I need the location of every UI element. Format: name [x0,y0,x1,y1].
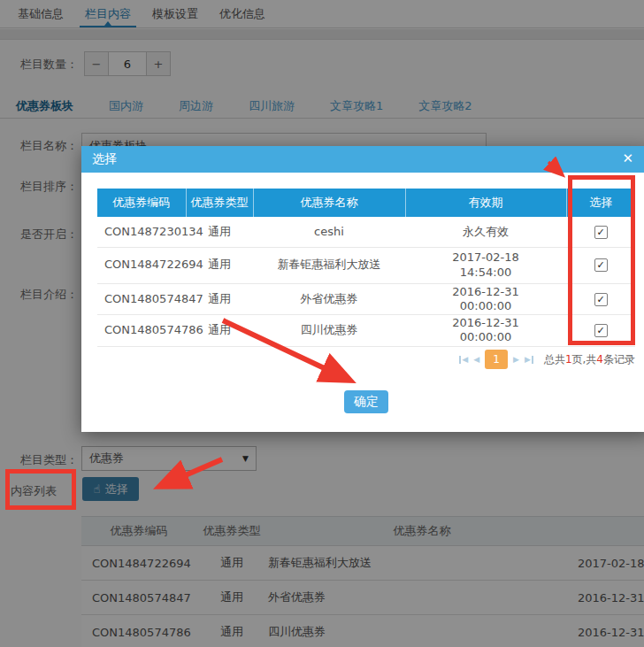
prev-page-icon[interactable]: ◀ [473,355,479,364]
pagination: ◀ ◀ 1 ▶ ▶ 总共1页,共4条记录 [459,350,635,369]
next-page-icon[interactable]: ▶ [513,355,519,364]
cell-validity: 2016-12-31 00:00:00 [405,315,566,347]
total-pages: 1 [565,353,572,366]
page-number-badge[interactable]: 1 [485,350,508,369]
modal-title: 选择 [81,151,117,167]
table-row: CON1480574847 通用 外省优惠券 2016-12-31 00:00:… [97,283,635,315]
first-page-icon[interactable]: ◀ [459,355,468,364]
total-records: 4 [596,353,603,366]
cell-code: CON1487230134 [97,217,186,247]
row-checkbox[interactable]: ✓ [594,324,608,337]
table-header-row: 优惠券编码 优惠券类型 优惠券名称 有效期 选择 [97,189,635,217]
cell-validity: 2017-02-18 14:54:00 [405,247,566,283]
cell-validity: 2016-12-31 00:00:00 [405,283,566,315]
table-row: CON1487230134 通用 ceshi 永久有效 ✓ [97,217,635,247]
cell-select: ✓ [566,247,635,283]
coupon-select-table: 优惠券编码 优惠券类型 优惠券名称 有效期 选择 CON1487230134 通… [97,189,635,347]
cell-name: ceshi [253,217,405,247]
col-coupon-name: 优惠券名称 [253,189,405,217]
cell-code: CON1484722694 [97,247,186,283]
cell-select: ✓ [566,283,635,315]
col-coupon-type: 优惠券类型 [186,189,253,217]
cell-name: 外省优惠券 [253,283,405,315]
col-coupon-code: 优惠券编码 [97,189,186,217]
cell-name: 新春钜惠福利大放送 [253,247,405,283]
modal-header: 选择 ✕ [81,146,644,173]
last-page-icon[interactable]: ▶ [525,355,533,364]
cell-select: ✓ [566,217,635,247]
cell-code: CON1480574786 [97,315,186,347]
row-checkbox[interactable]: ✓ [594,293,608,306]
pagination-summary: 总共1页,共4条记录 [544,352,635,367]
close-icon[interactable]: ✕ [622,150,633,166]
row-checkbox[interactable]: ✓ [594,258,608,272]
confirm-button[interactable]: 确定 [344,390,388,413]
row-checkbox[interactable]: ✓ [594,226,608,239]
table-row: CON1480574786 通用 四川优惠券 2016-12-31 00:00:… [97,315,635,347]
col-select: 选择 [566,189,635,217]
select-modal: 选择 ✕ 优惠券编码 优惠券类型 优惠券名称 有效期 选择 CON1487230… [81,146,644,432]
col-validity: 有效期 [405,189,566,217]
table-row: CON1484722694 通用 新春钜惠福利大放送 2017-02-18 14… [97,247,635,283]
cell-name: 四川优惠券 [253,315,405,347]
cell-validity: 永久有效 [405,217,566,247]
page: 基础信息 栏目内容 模板设置 优化信息 栏目数量： − 6 + 优惠券板块 国内… [0,0,644,647]
cell-select: ✓ [566,315,635,347]
cell-code: CON1480574847 [97,283,186,315]
